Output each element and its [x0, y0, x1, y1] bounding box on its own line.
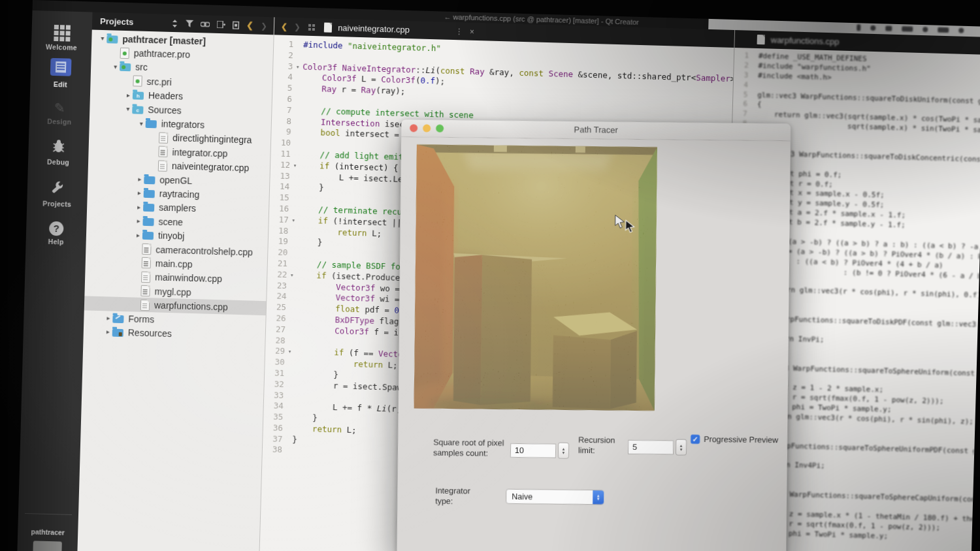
expand-panel-icon[interactable]: ❯	[261, 21, 267, 30]
dropdown-arrows-icon: ▲▼	[593, 490, 604, 504]
fold-spacer	[292, 94, 302, 105]
filter-icon[interactable]	[186, 20, 193, 27]
expander-icon[interactable]: ▸	[135, 176, 144, 183]
document-list-icon[interactable]	[308, 24, 315, 30]
folder res-icon	[112, 328, 123, 336]
path-tracer-titlebar[interactable]: Path Tracer	[401, 119, 791, 141]
nav-forward-icon[interactable]: ❯	[294, 22, 301, 31]
sidebar-item-edit[interactable]: Edit	[30, 57, 91, 89]
line-number: 21	[268, 258, 287, 270]
progressive-preview-row: ✓ Progressive Preview	[691, 434, 778, 445]
frame-icon[interactable]	[233, 21, 239, 29]
folder-icon	[146, 120, 157, 128]
integrator-dropdown[interactable]: Naive ▲▼	[506, 489, 604, 505]
sort-icon[interactable]	[171, 19, 178, 27]
wifi-icon	[885, 25, 892, 31]
recursion-stepper[interactable]: ▲▼	[676, 439, 687, 456]
fold-spacer	[291, 138, 301, 149]
expander-icon[interactable]: ▸	[104, 314, 112, 321]
line-number: 32	[264, 379, 284, 390]
tree-item-label: mainwindow.cpp	[155, 272, 222, 285]
expander-icon[interactable]: ▾	[137, 119, 146, 127]
projects-panel-title: Projects	[100, 16, 171, 28]
recursion-value[interactable]: 5	[628, 439, 674, 454]
link-icon[interactable]	[201, 22, 210, 27]
fold-spacer	[291, 127, 301, 138]
fold-spacer	[291, 116, 301, 127]
line-number: 3	[273, 61, 293, 72]
sidebar-item-debug[interactable]: Debug	[28, 138, 89, 167]
expander-icon[interactable]: ▸	[104, 328, 112, 336]
expander-icon[interactable]: ▸	[135, 203, 143, 210]
expander-icon[interactable]: ▾	[111, 63, 120, 70]
recursion-spinbox[interactable]: 5 ▲▼	[628, 439, 687, 456]
line-number: 1	[274, 39, 293, 50]
sidebar-item-projects[interactable]: Projects	[27, 179, 88, 209]
expander-icon[interactable]: ▾	[123, 105, 132, 112]
fold-spacer	[748, 61, 758, 71]
folder-icon	[144, 190, 155, 198]
wrench-icon	[50, 180, 66, 196]
tree-item-label: raytracing	[159, 189, 200, 200]
kit-selector-button[interactable]	[33, 541, 61, 551]
sidebar-item-help[interactable]: ? Help	[26, 221, 87, 247]
folder-qt-icon	[106, 35, 118, 43]
expander-icon[interactable]: ▸	[124, 91, 133, 99]
line-number: 5	[733, 90, 747, 100]
samples-label: Square root of pixel samples count:	[433, 437, 517, 459]
tree-item-label: openGL	[159, 174, 192, 185]
path-tracer-window: Path Tracer	[397, 119, 791, 551]
folder-c-icon: c	[132, 106, 143, 114]
help-icon: ?	[49, 221, 64, 236]
line-number: 33	[264, 390, 284, 401]
line-number: 37	[263, 433, 282, 445]
tab-warpfunctions[interactable]: warpfunctions.cpp	[771, 35, 840, 47]
fold-marker-icon[interactable]: ▾	[289, 215, 299, 226]
nav-back-icon[interactable]: ❮	[281, 22, 287, 31]
line-number: 7	[272, 104, 291, 116]
line-number: 14	[270, 181, 289, 193]
line-number: 16	[269, 203, 289, 215]
menubar-status-icons[interactable]	[857, 24, 964, 34]
line-number: 18	[269, 225, 288, 237]
progressive-preview-checkbox[interactable]: ✓	[691, 435, 700, 444]
fold-spacer	[293, 72, 302, 84]
samples-spinbox[interactable]: 10 ▲▼	[510, 442, 569, 459]
expander-icon[interactable]: ▸	[134, 217, 142, 225]
expander-icon[interactable]: ▸	[135, 189, 144, 197]
line-number: 24	[267, 291, 286, 303]
folder-icon	[142, 232, 154, 240]
fold-spacer	[749, 52, 759, 61]
fold-spacer	[288, 226, 298, 237]
line-number: 29	[265, 345, 285, 357]
volume-icon	[857, 24, 860, 31]
fold-spacer	[293, 50, 303, 61]
run-target-label: pathtracer	[18, 527, 78, 537]
tab-naiveintegrator[interactable]: naiveintegrator.cpp	[338, 23, 410, 35]
expander-icon[interactable]: ▸	[134, 231, 142, 238]
render-viewport[interactable]	[414, 144, 657, 411]
fold-spacer	[284, 357, 294, 368]
expander-icon[interactable]: ▾	[98, 35, 106, 42]
tab-menu-close-icons[interactable]: ⋮×	[455, 27, 481, 37]
split-panel-icon[interactable]	[217, 21, 225, 28]
sidebar-item-welcome[interactable]: Welcome	[31, 20, 92, 52]
edit-document-icon	[50, 58, 72, 76]
fold-spacer	[284, 390, 293, 401]
line-number: 6	[272, 93, 292, 105]
fold-marker-icon[interactable]: ▾	[293, 61, 302, 72]
fold-spacer	[289, 171, 299, 182]
samples-value[interactable]: 10	[510, 443, 556, 458]
collapse-panel-icon[interactable]: ❮	[246, 20, 253, 30]
fold-marker-icon[interactable]: ▾	[290, 160, 300, 171]
samples-stepper[interactable]: ▲▼	[558, 443, 569, 459]
fold-marker-icon[interactable]: ▾	[287, 270, 297, 281]
fold-spacer	[286, 291, 296, 302]
tree-item-label: directlightingintegra	[172, 133, 252, 145]
fold-marker-icon[interactable]: ▾	[285, 346, 295, 357]
sidebar-item-design[interactable]: ✎ Design	[29, 99, 90, 127]
file-icon	[159, 132, 168, 143]
file-icon	[158, 160, 167, 171]
line-number: 2	[734, 61, 748, 71]
tree-item-label: src.pri	[146, 76, 172, 87]
